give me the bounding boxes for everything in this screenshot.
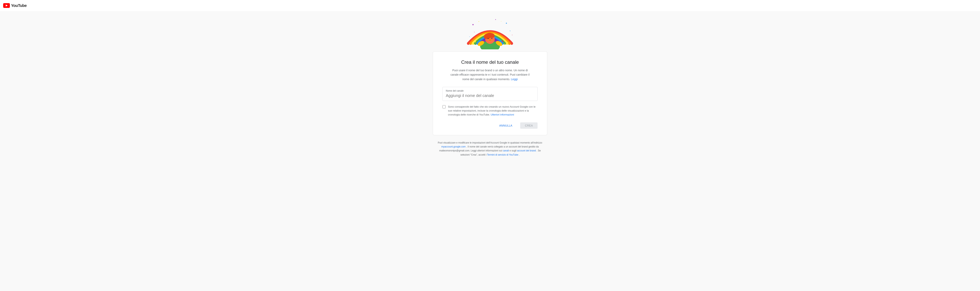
footer-text-end: . (519, 153, 520, 156)
svg-point-18 (486, 33, 493, 38)
svg-text:•: • (501, 20, 501, 22)
svg-text:+: + (474, 31, 475, 33)
button-row: ANNULLA CREA (442, 122, 538, 129)
rainbow-illustration: ✦ ✦ • + • ✦ ✦ + • ✦ (462, 16, 518, 49)
footer: Puoi visualizzare e modificare le impost… (435, 141, 545, 157)
svg-text:•: • (510, 30, 511, 32)
card-description-link[interactable]: Leggi (511, 78, 518, 81)
youtube-logo-link[interactable]: YouTube (3, 3, 27, 8)
svg-text:✦: ✦ (478, 21, 480, 22)
acknowledgement-checkbox[interactable] (442, 105, 445, 108)
account-brand-link[interactable]: account del brand (517, 149, 536, 152)
youtube-logo-text: YouTube (11, 3, 27, 8)
canali-link[interactable]: canali (503, 149, 509, 152)
footer-text-and: e sugli (509, 149, 517, 152)
myaccount-link[interactable]: myaccount.google.com (441, 145, 466, 148)
card-description: Puoi usare il nome del tuo brand o un al… (449, 68, 531, 81)
card-title: Crea il nome del tuo canale (461, 59, 519, 65)
create-button[interactable]: CREA (520, 122, 538, 129)
svg-text:✦: ✦ (505, 22, 508, 25)
youtube-logo-icon (3, 3, 10, 8)
channel-name-input[interactable] (446, 93, 534, 98)
svg-text:✦: ✦ (472, 23, 474, 26)
page-content: ✦ ✦ • + • ✦ ✦ + • ✦ (0, 0, 980, 291)
channel-name-label: Nome del canale (446, 89, 534, 92)
header: YouTube (0, 0, 980, 11)
terms-link[interactable]: Termini di servizio di YouTube (487, 153, 518, 156)
channel-name-input-group: Nome del canale (442, 87, 538, 101)
acknowledgement-checkbox-row: Sono consapevole del fatto che sto crean… (442, 105, 538, 117)
create-channel-card: Crea il nome del tuo canale Puoi usare i… (433, 51, 547, 135)
card-description-text: Puoi usare il nome del tuo brand o un al… (450, 69, 530, 81)
svg-text:•: • (469, 36, 470, 38)
illustration-area: ✦ ✦ • + • ✦ ✦ + • ✦ (460, 14, 520, 49)
more-info-link[interactable]: Ulteriori informazioni (491, 113, 514, 116)
svg-text:+: + (512, 34, 513, 36)
svg-text:✦: ✦ (495, 19, 496, 21)
cancel-button[interactable]: ANNULLA (495, 122, 517, 129)
footer-text-before-myaccount: Puoi visualizzare e modificare le impost… (438, 142, 542, 144)
acknowledgement-label: Sono consapevole del fatto che sto crean… (448, 105, 538, 117)
